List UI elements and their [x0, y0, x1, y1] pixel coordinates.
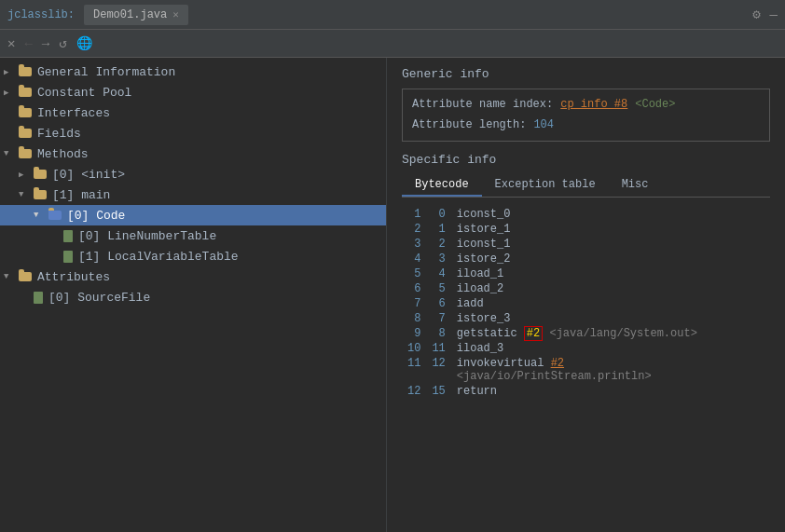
tab-misc[interactable]: Misc	[609, 174, 662, 197]
toolbar: ✕ ← → ↺ 🌐	[0, 30, 785, 58]
line-num: 11	[402, 356, 426, 384]
folder-icon-code	[48, 211, 62, 220]
tree-item-main[interactable]: ▼ [1] main	[0, 184, 386, 205]
line-num: 5	[402, 266, 426, 281]
title-bar: jclasslib: Demo01.java ✕ ⚙ —	[0, 0, 785, 30]
tree-item-init[interactable]: ▶ [0] <init>	[0, 164, 386, 184]
bytecode-table: 1 0 iconst_0 2 1 istore_1 3 2 iconst_1 4…	[402, 207, 770, 399]
instruction: iadd	[451, 296, 770, 311]
folder-icon-attributes	[19, 272, 32, 281]
attribute-name-row: Attribute name index: cp_info #8 <Code>	[412, 95, 760, 116]
tab-exception-table[interactable]: Exception table	[482, 174, 609, 197]
attribute-name-link[interactable]: cp_info #8	[560, 95, 627, 116]
back-icon[interactable]: ←	[24, 36, 32, 51]
tree-label-main: [1] main	[52, 188, 110, 202]
tree-label-lvt: [1] LocalVariableTable	[78, 250, 239, 264]
bytecode-tabs: Bytecode Exception table Misc	[402, 174, 770, 198]
folder-icon-init	[34, 170, 47, 179]
tree-item-interfaces[interactable]: ▶ Interfaces	[0, 102, 386, 123]
tree-item-localvariabletable[interactable]: ▶ [1] LocalVariableTable	[0, 246, 386, 266]
settings-icon[interactable]: ⚙	[752, 7, 760, 22]
tree-label-sf: [0] SourceFile	[48, 291, 150, 305]
offset: 6	[426, 296, 450, 311]
tree-item-code[interactable]: ▼ [0] Code	[0, 205, 386, 225]
table-row: 11 12 invokevirtual #2 <java/io/PrintStr…	[402, 356, 770, 384]
tree-label-fields: Fields	[37, 127, 81, 141]
instruction: return	[451, 384, 770, 399]
attribute-length-label: Attribute length:	[412, 116, 526, 136]
main-layout: ▶ General Information ▶ Constant Pool ▶ …	[0, 58, 785, 532]
offset: 7	[426, 311, 450, 326]
line-num: 8	[402, 311, 426, 326]
table-row: 5 4 iload_1	[402, 266, 770, 281]
folder-icon-fields	[19, 129, 32, 138]
arrow-general: ▶	[4, 67, 15, 77]
generic-info-box: Attribute name index: cp_info #8 <Code> …	[402, 89, 770, 142]
title-bar-right: ⚙ —	[752, 7, 778, 22]
file-icon-lnt	[63, 230, 73, 242]
active-tab[interactable]: Demo01.java ✕	[84, 5, 188, 25]
line-num: 3	[402, 237, 426, 252]
invokevirtual-comment: <java/io/PrintStream.println>	[457, 370, 652, 383]
getstatic-comment: <java/lang/System.out>	[549, 327, 696, 340]
tree-item-fields[interactable]: ▶ Fields	[0, 123, 386, 143]
table-row: 12 15 return	[402, 384, 770, 399]
offset: 3	[426, 252, 450, 266]
tree-label-lnt: [0] LineNumberTable	[78, 229, 216, 243]
minimize-icon[interactable]: —	[770, 7, 778, 22]
table-row: 1 0 iconst_0	[402, 207, 770, 222]
instruction: istore_3	[451, 311, 770, 326]
line-num: 10	[402, 341, 426, 356]
tree-item-sourcefile[interactable]: ▶ [0] SourceFile	[0, 287, 386, 307]
offset: 0	[426, 207, 450, 222]
file-icon-sf	[34, 292, 43, 304]
tree-label-general: General Information	[37, 65, 175, 79]
arrow-code: ▼	[34, 211, 45, 220]
tree-item-general[interactable]: ▶ General Information	[0, 61, 386, 82]
forward-icon[interactable]: →	[42, 36, 49, 51]
app-name: jclasslib:	[7, 8, 75, 21]
tree-item-attributes[interactable]: ▼ Attributes	[0, 266, 386, 287]
table-row: 4 3 istore_2	[402, 252, 770, 266]
tab-bytecode[interactable]: Bytecode	[402, 174, 482, 197]
ref-highlight-2[interactable]: #2	[524, 326, 543, 341]
folder-icon-methods	[19, 149, 32, 158]
table-row: 3 2 iconst_1	[402, 237, 770, 252]
tree-label-attributes: Attributes	[37, 270, 110, 284]
tree-item-constant-pool[interactable]: ▶ Constant Pool	[0, 82, 386, 102]
tree-item-methods[interactable]: ▼ Methods	[0, 143, 386, 164]
folder-icon-constant-pool	[19, 88, 32, 97]
tree-label-init: [0] <init>	[52, 168, 125, 182]
line-num: 12	[402, 384, 426, 399]
arrow-attributes: ▼	[4, 272, 15, 281]
arrow-init: ▶	[19, 170, 30, 180]
tree-item-linenumbertable[interactable]: ▶ [0] LineNumberTable	[0, 225, 386, 246]
instruction: istore_1	[451, 222, 770, 237]
attribute-length-value: 104	[533, 116, 554, 136]
folder-icon-general	[19, 67, 32, 76]
instruction: istore_2	[451, 252, 770, 266]
instruction-invokevirtual: invokevirtual #2 <java/io/PrintStream.pr…	[451, 356, 770, 384]
tab-close-icon[interactable]: ✕	[172, 8, 179, 20]
table-row: 2 1 istore_1	[402, 222, 770, 237]
arrow-methods: ▼	[4, 149, 15, 158]
ref-link-2[interactable]: #2	[551, 357, 564, 370]
refresh-icon[interactable]: ↺	[59, 35, 66, 51]
line-num: 6	[402, 281, 426, 296]
instruction: iload_2	[451, 281, 770, 296]
instruction: iload_1	[451, 266, 770, 281]
tab-label: Demo01.java	[93, 8, 167, 21]
globe-icon[interactable]: 🌐	[76, 35, 92, 51]
table-row: 10 11 iload_3	[402, 341, 770, 356]
attribute-name-label: Attribute name index:	[412, 95, 553, 116]
line-num: 1	[402, 207, 426, 222]
generic-info-title: Generic info	[402, 67, 770, 81]
close-toolbar-icon[interactable]: ✕	[7, 35, 15, 51]
title-bar-left: jclasslib: Demo01.java ✕	[7, 5, 752, 25]
attribute-length-row: Attribute length: 104	[412, 116, 760, 136]
tree-label-constant-pool: Constant Pool	[37, 86, 131, 100]
line-num: 9	[402, 326, 426, 341]
right-panel: Generic info Attribute name index: cp_in…	[387, 58, 785, 532]
file-icon-lvt	[63, 251, 73, 263]
offset: 11	[426, 341, 450, 356]
